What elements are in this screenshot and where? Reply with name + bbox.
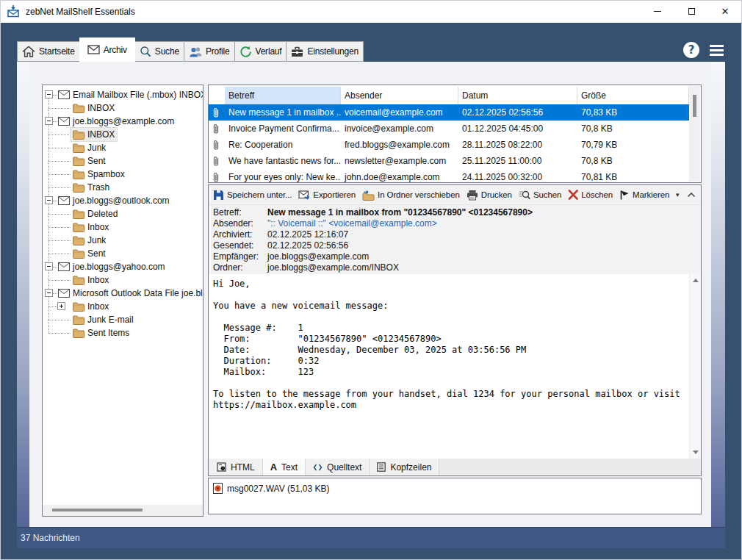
collapse-preview-button[interactable] bbox=[687, 192, 696, 198]
view-tab-label: Text bbox=[281, 462, 298, 473]
expand-plus-icon[interactable] bbox=[57, 302, 65, 310]
mark-button[interactable]: Markieren▼ bbox=[619, 190, 680, 200]
column-header-gre[interactable]: Größe bbox=[577, 87, 689, 104]
help-button[interactable]: ? bbox=[683, 42, 699, 58]
tree-item-joe-bloggs-outlook-com[interactable]: joe.bloggs@outlook.com bbox=[43, 194, 203, 207]
save-button[interactable]: Speichern unter... bbox=[213, 190, 292, 201]
tree-item-content: joe.bloggs@yahoo.com bbox=[56, 260, 168, 273]
history-icon bbox=[239, 46, 252, 58]
message-row[interactable]: New message 1 in mailbox ...voicemail@ex… bbox=[209, 104, 689, 121]
folder-move-icon bbox=[362, 190, 375, 201]
scrollbar-thumb[interactable] bbox=[52, 509, 143, 511]
header-field: Empfänger:joe.bloggs@example.com bbox=[209, 251, 701, 262]
collapse-minus-icon[interactable] bbox=[45, 289, 53, 297]
collapse-minus-icon[interactable] bbox=[45, 90, 53, 98]
tree-item-junk-e-mail[interactable]: Junk E-mail bbox=[43, 313, 203, 326]
delete-button[interactable]: Löschen bbox=[568, 190, 613, 200]
folder-icon bbox=[73, 249, 84, 259]
doc-lines-icon bbox=[377, 462, 386, 472]
folder-icon bbox=[73, 143, 84, 153]
scroll-up-icon[interactable] bbox=[693, 279, 699, 282]
search-icon bbox=[140, 46, 151, 57]
tree-item-junk[interactable]: Junk bbox=[43, 141, 203, 154]
button-label: Suchen bbox=[533, 190, 561, 199]
paperclip-icon bbox=[212, 172, 220, 183]
tree-item-inbox[interactable]: Inbox bbox=[43, 273, 203, 287]
message-size: 70,8 KB bbox=[577, 121, 689, 137]
message-sender: invoice@example.com bbox=[341, 121, 458, 137]
folder-icon bbox=[73, 183, 84, 193]
message-list: BetreffAbsenderDatumGröße New message 1 … bbox=[208, 85, 702, 183]
maximize-icon bbox=[688, 8, 695, 15]
tab-startseite[interactable]: Startseite bbox=[17, 41, 80, 62]
message-row[interactable]: We have fantastic news for...newsletter@… bbox=[209, 153, 689, 169]
tree-item-deleted[interactable]: Deleted bbox=[43, 207, 203, 220]
search-small-icon bbox=[519, 190, 530, 201]
scroll-down-icon[interactable] bbox=[693, 450, 699, 454]
message-row[interactable]: Re: Cooperationfred.bloggs@example.com28… bbox=[209, 137, 689, 153]
tree-item-sent-items[interactable]: Sent Items bbox=[43, 326, 203, 340]
tree-item-trash[interactable]: Trash bbox=[43, 181, 203, 194]
view-tab-quelltext[interactable]: Quelltext bbox=[306, 459, 370, 475]
menu-button[interactable] bbox=[710, 45, 724, 56]
tree-item-sent[interactable]: Sent bbox=[43, 154, 203, 168]
folder-icon bbox=[73, 157, 84, 166]
column-header-absender[interactable]: Absender bbox=[341, 87, 458, 104]
tree-item-junk[interactable]: Junk bbox=[43, 234, 203, 247]
hamburger-icon bbox=[710, 45, 724, 47]
maximize-button[interactable] bbox=[674, 0, 708, 23]
message-row[interactable]: Invoice Payment Confirma...invoice@examp… bbox=[209, 121, 689, 137]
tree-item-inbox[interactable]: INBOX bbox=[43, 128, 203, 141]
close-button[interactable]: ✕ bbox=[708, 0, 742, 23]
tab-label: Archiv bbox=[104, 45, 127, 55]
message-list-scrollbar[interactable] bbox=[689, 86, 700, 182]
folder-icon bbox=[73, 329, 84, 338]
export-button[interactable]: Exportieren bbox=[298, 190, 356, 200]
minimize-button[interactable] bbox=[641, 0, 674, 23]
tree-item-content: Junk bbox=[71, 234, 108, 247]
collapse-minus-icon[interactable] bbox=[45, 117, 53, 125]
tree-item-inbox[interactable]: Inbox bbox=[43, 220, 203, 234]
tree-item-joe-bloggs-example-com[interactable]: joe.bloggs@example.com bbox=[43, 115, 203, 128]
tab-verlauf[interactable]: Verlauf bbox=[234, 41, 287, 62]
tree-line bbox=[48, 227, 71, 228]
collapse-minus-icon[interactable] bbox=[45, 196, 53, 204]
tab-einstellungen[interactable]: Einstellungen bbox=[286, 41, 363, 62]
field-label: Betreff: bbox=[213, 207, 241, 218]
tree-item-microsoft-outlook-data-file-joe-bl[interactable]: Microsoft Outlook Data File joe.bl bbox=[43, 287, 203, 300]
message-body-text: Hi Joe, You have a new voicemail message… bbox=[213, 279, 680, 411]
tree-item-content: joe.bloggs@example.com bbox=[56, 115, 176, 128]
field-value[interactable]: ":: Voicemail ::" <voicemail@example.com… bbox=[267, 218, 437, 229]
view-tab-text[interactable]: AText bbox=[263, 459, 306, 475]
column-header-betreff[interactable]: Betreff bbox=[225, 87, 341, 104]
view-tab-kopfzeilen[interactable]: Kopfzeilen bbox=[370, 459, 439, 475]
tab-archiv[interactable]: Archiv bbox=[79, 37, 135, 62]
tree-horizontal-scrollbar[interactable] bbox=[43, 505, 203, 516]
tree-item-joe-bloggs-yahoo-com[interactable]: joe.bloggs@yahoo.com bbox=[43, 260, 203, 273]
field-label: Absender: bbox=[213, 218, 253, 229]
folder-icon bbox=[73, 302, 84, 312]
column-header-datum[interactable]: Datum bbox=[458, 87, 577, 104]
tree-item-sent[interactable]: Sent bbox=[43, 247, 203, 260]
attachment-item[interactable]: msg0027.WAV (51,03 KB) bbox=[213, 483, 329, 494]
tree-item-inbox[interactable]: INBOX bbox=[43, 101, 203, 115]
scrollbar-thumb[interactable] bbox=[693, 95, 696, 117]
tab-label: Einstellungen bbox=[307, 46, 358, 57]
tree-item-label: INBOX bbox=[87, 103, 115, 113]
view-tab-html[interactable]: HTML bbox=[209, 459, 263, 475]
body-scrollbar[interactable] bbox=[689, 274, 701, 459]
message-row[interactable]: For your eyes only: New ke...john.doe@ex… bbox=[209, 169, 689, 183]
collapse-minus-icon[interactable] bbox=[45, 262, 53, 270]
status-text: 37 Nachrichten bbox=[21, 533, 80, 543]
header-field: Ordner:joe.bloggs@example.com/INBOX bbox=[209, 262, 701, 273]
print-button[interactable]: Drucken bbox=[467, 190, 512, 201]
tree-item-inbox[interactable]: Inbox bbox=[43, 300, 203, 313]
tree-item-email-mailbox-file-mbox-inbox[interactable]: Email Mailbox File (.mbox) INBOX bbox=[43, 88, 203, 101]
tree-line bbox=[48, 187, 71, 188]
move-button[interactable]: In Ordner verschieben bbox=[362, 190, 460, 201]
search-button[interactable]: Suchen bbox=[519, 190, 561, 201]
tab-suche[interactable]: Suche bbox=[134, 41, 184, 62]
tree-item-spambox[interactable]: Spambox bbox=[43, 168, 203, 181]
column-header-label: Datum bbox=[462, 90, 488, 101]
tab-profile[interactable]: Profile bbox=[184, 41, 235, 62]
